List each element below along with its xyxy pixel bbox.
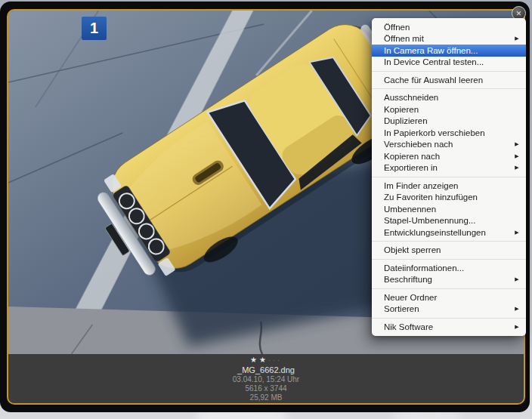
star-empty-icon[interactable]: · xyxy=(277,356,282,364)
menu-item-move-to[interactable]: Verschieben nach▶ xyxy=(372,139,526,151)
menu-item-open[interactable]: Öffnen xyxy=(372,21,526,33)
menu-item-batch-rename[interactable]: Stapel-Umbenennung... xyxy=(372,215,526,227)
file-info-bar: ★★··· _MG_6662.dng 03.04.10, 15:24 Uhr 5… xyxy=(8,354,524,403)
dimensions-label: 5616 x 3744 xyxy=(245,384,286,393)
star-filled-icon[interactable]: ★ xyxy=(259,356,268,364)
menu-item-clear-cache-for-selection[interactable]: Cache für Auswahl leeren xyxy=(372,74,526,86)
menu-separator xyxy=(372,318,526,319)
menu-item-move-to-trash[interactable]: In Papierkorb verschieben xyxy=(372,127,526,139)
datetime-label: 03.04.10, 15:24 Uhr xyxy=(233,375,299,384)
menu-item-file-info[interactable]: Dateiinformationen... xyxy=(372,262,526,274)
menu-item-open-in-camera-raw[interactable]: In Camera Raw öffnen... xyxy=(372,45,526,57)
menu-item-test-in-device-central[interactable]: In Device Central testen... xyxy=(372,57,526,69)
menu-item-add-to-favorites[interactable]: Zu Favoriten hinzufügen xyxy=(372,192,526,204)
menu-item-export-to[interactable]: Exportieren in▶ xyxy=(372,162,526,174)
menu-separator xyxy=(372,241,526,242)
menu-item-cut[interactable]: Ausschneiden xyxy=(372,92,526,104)
menu-item-new-folder[interactable]: Neuer Ordner xyxy=(372,291,526,303)
menu-item-copy[interactable]: Kopieren xyxy=(372,103,526,116)
menu-item-rename[interactable]: Umbenennen xyxy=(372,203,526,215)
filesize-label: 25,92 MB xyxy=(250,393,283,402)
menu-item-open-with[interactable]: Öffnen mit▶ xyxy=(372,33,526,45)
submenu-arrow-icon: ▶ xyxy=(515,165,518,171)
menu-item-sort[interactable]: Sortieren▶ xyxy=(372,303,526,316)
context-menu: Öffnen Öffnen mit▶ In Camera Raw öffnen.… xyxy=(372,18,526,336)
menu-separator xyxy=(372,177,526,177)
submenu-arrow-icon: ▶ xyxy=(515,324,518,330)
menu-item-nik-software[interactable]: Nik Software▶ xyxy=(372,321,526,333)
submenu-arrow-icon: ▶ xyxy=(515,153,518,159)
menu-item-reveal-in-finder[interactable]: Im Finder anzeigen xyxy=(372,180,526,192)
star-filled-icon[interactable]: ★ xyxy=(250,356,259,364)
close-icon: ✕ xyxy=(516,10,522,17)
menu-item-lock-item[interactable]: Objekt sperren xyxy=(372,245,526,257)
menu-separator xyxy=(372,259,526,260)
menu-item-label[interactable]: Beschriftung▶ xyxy=(372,274,526,286)
step-badge: 1 xyxy=(82,17,107,40)
menu-item-copy-to[interactable]: Kopieren nach▶ xyxy=(372,150,526,162)
menu-item-develop-settings[interactable]: Entwicklungseinstellungen▶ xyxy=(372,226,526,239)
submenu-arrow-icon: ▶ xyxy=(515,276,518,282)
submenu-arrow-icon: ▶ xyxy=(515,141,518,147)
submenu-arrow-icon: ▶ xyxy=(515,35,518,42)
menu-item-duplicate[interactable]: Duplizieren xyxy=(372,116,526,128)
submenu-arrow-icon: ▶ xyxy=(515,306,518,312)
submenu-arrow-icon: ▶ xyxy=(515,230,518,236)
filename-label: _MG_6662.dng xyxy=(237,365,295,375)
rating-stars[interactable]: ★★··· xyxy=(250,356,282,365)
menu-separator xyxy=(372,288,526,289)
menu-separator xyxy=(372,88,526,89)
menu-separator xyxy=(372,71,526,72)
